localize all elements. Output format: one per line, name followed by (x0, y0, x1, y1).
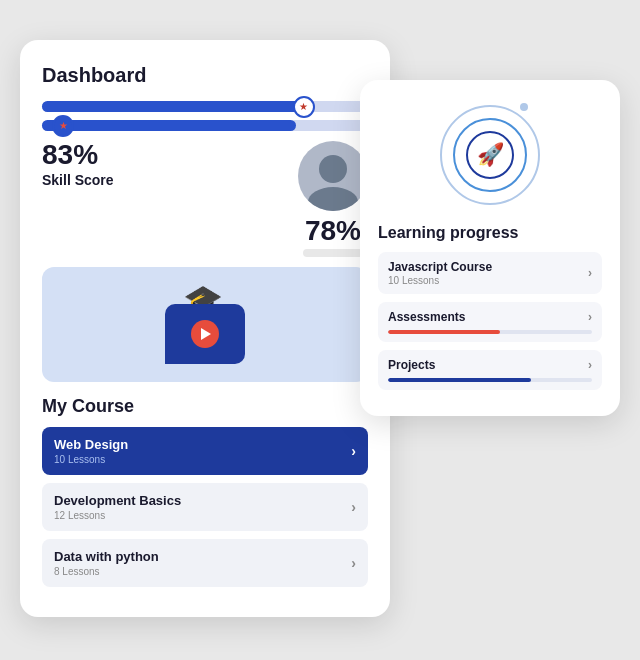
progress-fill-1: ★ (42, 101, 313, 112)
learning-sub-1: 10 Lessons (388, 275, 492, 286)
learning-item-row-1: Javascript Course 10 Lessons › (388, 260, 592, 286)
learning-item-projects[interactable]: Projects › (378, 350, 602, 390)
avatar-body (308, 187, 358, 211)
my-course-title: My Course (42, 396, 368, 417)
star-badge-right-1: ★ (293, 96, 315, 118)
learning-chevron-2: › (588, 310, 592, 324)
progress-fill-2: ★ (42, 120, 296, 131)
progress-bar-row-1: ★ (42, 101, 368, 112)
star-badge-left-2: ★ (52, 115, 74, 137)
learning-chevron-3: › (588, 358, 592, 372)
learning-name-3: Projects (388, 358, 435, 372)
avatar-head (319, 155, 347, 183)
course-item-info-3: Data with python 8 Lessons (54, 549, 159, 577)
course-lessons-3: 8 Lessons (54, 566, 159, 577)
chevron-icon-3: › (351, 555, 356, 571)
learning-item-assessments[interactable]: Assessments › (378, 302, 602, 342)
progress-mini-fill-2 (388, 330, 500, 334)
stat-label-1: Skill Score (42, 172, 114, 188)
dashboard-title: Dashboard (42, 64, 368, 87)
avatar (298, 141, 368, 211)
course-list: Web Design 10 Lessons › Development Basi… (42, 427, 368, 587)
main-dashboard-card: Dashboard ★ ★ 83% (20, 40, 390, 617)
course-banner: 🎓 (42, 267, 368, 382)
course-item-info-1: Web Design 10 Lessons (54, 437, 128, 465)
learning-item-row-3: Projects › (388, 358, 592, 372)
progress-mini-2 (388, 330, 592, 334)
chevron-icon-2: › (351, 499, 356, 515)
play-triangle-icon (201, 328, 211, 340)
learning-item-info-1: Javascript Course 10 Lessons (388, 260, 492, 286)
stats-row: 83% Skill Score 78% (42, 141, 368, 257)
video-bubble[interactable] (165, 304, 245, 364)
learning-item-row-2: Assessments › (388, 310, 592, 324)
progress-mini-3 (388, 378, 592, 382)
course-item-python[interactable]: Data with python 8 Lessons › (42, 539, 368, 587)
stat-sublabel-2 (303, 249, 363, 257)
progress-bar-row-2: ★ (42, 120, 368, 131)
course-lessons-1: 10 Lessons (54, 454, 128, 465)
stat-percent-2: 78% (305, 217, 361, 245)
progress-mini-fill-3 (388, 378, 531, 382)
course-item-dev-basics[interactable]: Development Basics 12 Lessons › (42, 483, 368, 531)
play-button[interactable] (191, 320, 219, 348)
course-item-info-2: Development Basics 12 Lessons (54, 493, 181, 521)
learning-progress-title: Learning progress (378, 224, 602, 242)
course-lessons-2: 12 Lessons (54, 510, 181, 521)
learning-name-2: Assessments (388, 310, 465, 324)
stat-block-left: 83% Skill Score (42, 141, 114, 188)
learning-item-js[interactable]: Javascript Course 10 Lessons › (378, 252, 602, 294)
orbit-dot (520, 103, 528, 111)
learning-name-1: Javascript Course (388, 260, 492, 274)
course-name-2: Development Basics (54, 493, 181, 508)
course-name-3: Data with python (54, 549, 159, 564)
rocket-section: 🚀 (378, 100, 602, 210)
avatar-block: 78% (298, 141, 368, 257)
progress-track-2: ★ (42, 120, 368, 131)
orbit-container: 🚀 (440, 105, 540, 205)
right-learning-card: 🚀 Learning progress Javascript Course 10… (360, 80, 620, 416)
chevron-icon-1: › (351, 443, 356, 459)
rocket-icon: 🚀 (477, 142, 504, 168)
learning-list: Javascript Course 10 Lessons › Assessmen… (378, 252, 602, 390)
progress-section: ★ ★ (42, 101, 368, 131)
stat-percent-1: 83% (42, 141, 114, 169)
progress-track-1: ★ (42, 101, 368, 112)
course-item-web-design[interactable]: Web Design 10 Lessons › (42, 427, 368, 475)
course-name-1: Web Design (54, 437, 128, 452)
learning-chevron-1: › (588, 266, 592, 280)
